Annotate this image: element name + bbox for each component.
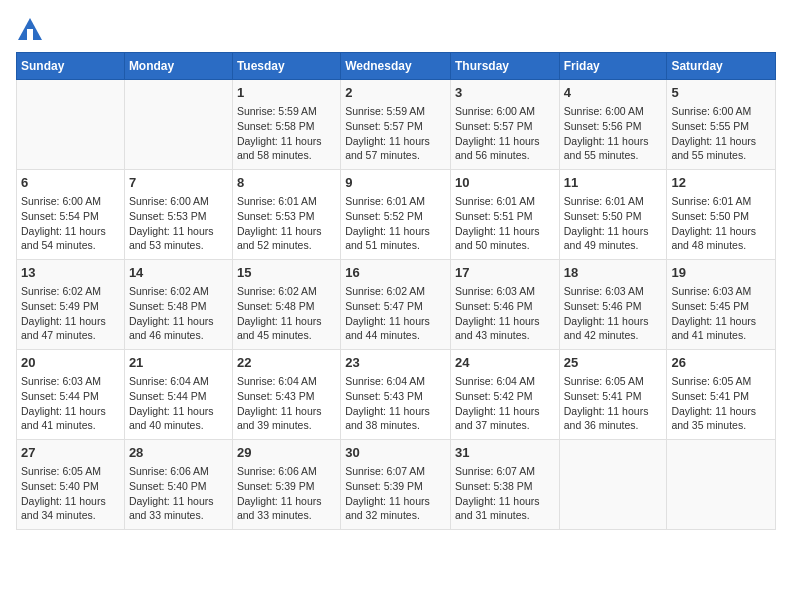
day-info: Sunrise: 6:03 AMSunset: 5:46 PMDaylight:… [455, 284, 555, 343]
day-info: Sunrise: 6:02 AMSunset: 5:49 PMDaylight:… [21, 284, 120, 343]
day-number: 5 [671, 84, 771, 102]
calendar-cell: 16Sunrise: 6:02 AMSunset: 5:47 PMDayligh… [341, 260, 451, 350]
day-number: 27 [21, 444, 120, 462]
day-number: 8 [237, 174, 336, 192]
day-info: Sunrise: 6:01 AMSunset: 5:51 PMDaylight:… [455, 194, 555, 253]
day-info: Sunrise: 6:00 AMSunset: 5:55 PMDaylight:… [671, 104, 771, 163]
calendar-cell: 24Sunrise: 6:04 AMSunset: 5:42 PMDayligh… [450, 350, 559, 440]
day-info: Sunrise: 6:04 AMSunset: 5:42 PMDaylight:… [455, 374, 555, 433]
day-info: Sunrise: 6:06 AMSunset: 5:39 PMDaylight:… [237, 464, 336, 523]
day-number: 22 [237, 354, 336, 372]
calendar-header: SundayMondayTuesdayWednesdayThursdayFrid… [17, 53, 776, 80]
day-number: 12 [671, 174, 771, 192]
day-info: Sunrise: 6:07 AMSunset: 5:38 PMDaylight:… [455, 464, 555, 523]
day-number: 15 [237, 264, 336, 282]
calendar-cell: 31Sunrise: 6:07 AMSunset: 5:38 PMDayligh… [450, 440, 559, 530]
calendar-cell: 2Sunrise: 5:59 AMSunset: 5:57 PMDaylight… [341, 80, 451, 170]
day-info: Sunrise: 6:00 AMSunset: 5:53 PMDaylight:… [129, 194, 228, 253]
day-number: 1 [237, 84, 336, 102]
header-row: SundayMondayTuesdayWednesdayThursdayFrid… [17, 53, 776, 80]
calendar-body: 1Sunrise: 5:59 AMSunset: 5:58 PMDaylight… [17, 80, 776, 530]
day-number: 17 [455, 264, 555, 282]
day-info: Sunrise: 6:03 AMSunset: 5:46 PMDaylight:… [564, 284, 663, 343]
day-number: 11 [564, 174, 663, 192]
calendar-week-2: 6Sunrise: 6:00 AMSunset: 5:54 PMDaylight… [17, 170, 776, 260]
day-number: 2 [345, 84, 446, 102]
calendar-cell: 11Sunrise: 6:01 AMSunset: 5:50 PMDayligh… [559, 170, 667, 260]
calendar-cell: 4Sunrise: 6:00 AMSunset: 5:56 PMDaylight… [559, 80, 667, 170]
calendar-cell: 9Sunrise: 6:01 AMSunset: 5:52 PMDaylight… [341, 170, 451, 260]
day-number: 13 [21, 264, 120, 282]
day-number: 21 [129, 354, 228, 372]
day-info: Sunrise: 6:01 AMSunset: 5:50 PMDaylight:… [671, 194, 771, 253]
calendar-cell: 17Sunrise: 6:03 AMSunset: 5:46 PMDayligh… [450, 260, 559, 350]
calendar-cell [17, 80, 125, 170]
day-number: 25 [564, 354, 663, 372]
calendar-cell: 23Sunrise: 6:04 AMSunset: 5:43 PMDayligh… [341, 350, 451, 440]
calendar-cell: 15Sunrise: 6:02 AMSunset: 5:48 PMDayligh… [232, 260, 340, 350]
header-cell-monday: Monday [124, 53, 232, 80]
calendar-cell: 7Sunrise: 6:00 AMSunset: 5:53 PMDaylight… [124, 170, 232, 260]
calendar-cell: 5Sunrise: 6:00 AMSunset: 5:55 PMDaylight… [667, 80, 776, 170]
calendar-cell: 8Sunrise: 6:01 AMSunset: 5:53 PMDaylight… [232, 170, 340, 260]
day-number: 28 [129, 444, 228, 462]
header-cell-wednesday: Wednesday [341, 53, 451, 80]
day-number: 9 [345, 174, 446, 192]
day-number: 16 [345, 264, 446, 282]
day-info: Sunrise: 6:04 AMSunset: 5:44 PMDaylight:… [129, 374, 228, 433]
calendar-week-3: 13Sunrise: 6:02 AMSunset: 5:49 PMDayligh… [17, 260, 776, 350]
day-info: Sunrise: 6:05 AMSunset: 5:41 PMDaylight:… [671, 374, 771, 433]
calendar-cell: 1Sunrise: 5:59 AMSunset: 5:58 PMDaylight… [232, 80, 340, 170]
day-number: 7 [129, 174, 228, 192]
calendar-cell: 14Sunrise: 6:02 AMSunset: 5:48 PMDayligh… [124, 260, 232, 350]
day-number: 3 [455, 84, 555, 102]
day-info: Sunrise: 6:03 AMSunset: 5:44 PMDaylight:… [21, 374, 120, 433]
day-number: 6 [21, 174, 120, 192]
calendar-week-4: 20Sunrise: 6:03 AMSunset: 5:44 PMDayligh… [17, 350, 776, 440]
day-info: Sunrise: 6:00 AMSunset: 5:56 PMDaylight:… [564, 104, 663, 163]
day-number: 24 [455, 354, 555, 372]
header-cell-friday: Friday [559, 53, 667, 80]
day-info: Sunrise: 6:01 AMSunset: 5:50 PMDaylight:… [564, 194, 663, 253]
calendar-cell: 19Sunrise: 6:03 AMSunset: 5:45 PMDayligh… [667, 260, 776, 350]
day-info: Sunrise: 6:04 AMSunset: 5:43 PMDaylight:… [237, 374, 336, 433]
calendar-table: SundayMondayTuesdayWednesdayThursdayFrid… [16, 52, 776, 530]
day-info: Sunrise: 6:04 AMSunset: 5:43 PMDaylight:… [345, 374, 446, 433]
day-number: 23 [345, 354, 446, 372]
header-cell-saturday: Saturday [667, 53, 776, 80]
calendar-cell: 6Sunrise: 6:00 AMSunset: 5:54 PMDaylight… [17, 170, 125, 260]
day-info: Sunrise: 6:02 AMSunset: 5:48 PMDaylight:… [129, 284, 228, 343]
calendar-cell: 29Sunrise: 6:06 AMSunset: 5:39 PMDayligh… [232, 440, 340, 530]
calendar-cell: 28Sunrise: 6:06 AMSunset: 5:40 PMDayligh… [124, 440, 232, 530]
day-info: Sunrise: 6:00 AMSunset: 5:54 PMDaylight:… [21, 194, 120, 253]
calendar-cell: 25Sunrise: 6:05 AMSunset: 5:41 PMDayligh… [559, 350, 667, 440]
day-info: Sunrise: 6:01 AMSunset: 5:53 PMDaylight:… [237, 194, 336, 253]
calendar-cell: 20Sunrise: 6:03 AMSunset: 5:44 PMDayligh… [17, 350, 125, 440]
day-info: Sunrise: 5:59 AMSunset: 5:58 PMDaylight:… [237, 104, 336, 163]
header-cell-sunday: Sunday [17, 53, 125, 80]
day-info: Sunrise: 6:03 AMSunset: 5:45 PMDaylight:… [671, 284, 771, 343]
calendar-week-5: 27Sunrise: 6:05 AMSunset: 5:40 PMDayligh… [17, 440, 776, 530]
header-cell-tuesday: Tuesday [232, 53, 340, 80]
day-info: Sunrise: 6:01 AMSunset: 5:52 PMDaylight:… [345, 194, 446, 253]
day-number: 20 [21, 354, 120, 372]
day-info: Sunrise: 5:59 AMSunset: 5:57 PMDaylight:… [345, 104, 446, 163]
calendar-cell: 12Sunrise: 6:01 AMSunset: 5:50 PMDayligh… [667, 170, 776, 260]
calendar-cell [124, 80, 232, 170]
day-number: 26 [671, 354, 771, 372]
calendar-cell: 21Sunrise: 6:04 AMSunset: 5:44 PMDayligh… [124, 350, 232, 440]
day-number: 14 [129, 264, 228, 282]
day-number: 19 [671, 264, 771, 282]
calendar-cell [559, 440, 667, 530]
day-info: Sunrise: 6:05 AMSunset: 5:41 PMDaylight:… [564, 374, 663, 433]
calendar-week-1: 1Sunrise: 5:59 AMSunset: 5:58 PMDaylight… [17, 80, 776, 170]
day-info: Sunrise: 6:02 AMSunset: 5:48 PMDaylight:… [237, 284, 336, 343]
day-info: Sunrise: 6:00 AMSunset: 5:57 PMDaylight:… [455, 104, 555, 163]
day-number: 30 [345, 444, 446, 462]
logo [16, 16, 48, 44]
day-info: Sunrise: 6:06 AMSunset: 5:40 PMDaylight:… [129, 464, 228, 523]
calendar-cell [667, 440, 776, 530]
day-number: 29 [237, 444, 336, 462]
day-number: 10 [455, 174, 555, 192]
header-cell-thursday: Thursday [450, 53, 559, 80]
